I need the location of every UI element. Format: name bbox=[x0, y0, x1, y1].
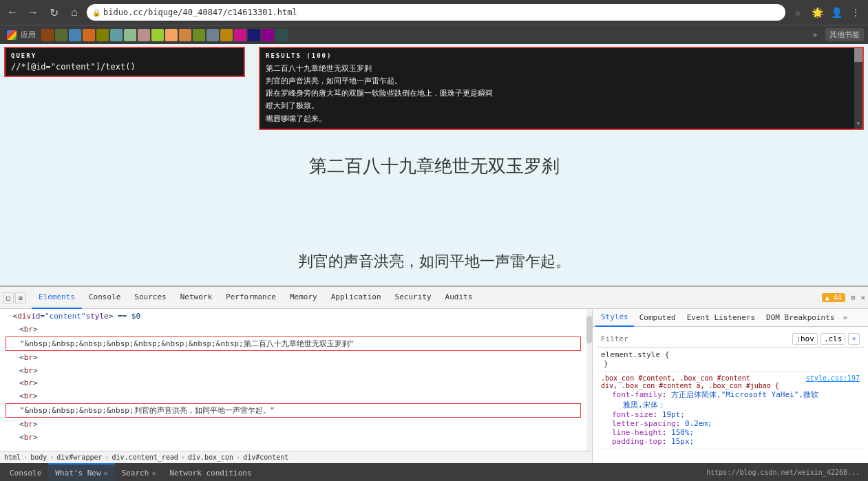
element-br-2[interactable]: <br> bbox=[3, 352, 584, 365]
breadcrumb-content[interactable]: div#content bbox=[243, 453, 288, 461]
tab-performance[interactable]: Performance bbox=[219, 287, 283, 309]
bookmark-color-4[interactable] bbox=[83, 29, 95, 41]
filter-input[interactable] bbox=[601, 334, 790, 343]
right-tab-dom-breakpoints[interactable]: DOM Breakpoints bbox=[761, 309, 840, 327]
bottom-tab-whats-new[interactable]: What's New ✕ bbox=[48, 463, 114, 481]
element-text-title[interactable]: "&nbsp;&nbsp;&nbsp;&nbsp;&nbsp;&nbsp;&nb… bbox=[6, 336, 581, 351]
bookmark-icon[interactable]: ☆ bbox=[790, 4, 806, 21]
whats-new-close[interactable]: ✕ bbox=[104, 469, 108, 477]
style-selector-box-con: .box_con #content, .box_con #content sty… bbox=[601, 374, 860, 382]
bookmark-color-11[interactable] bbox=[179, 29, 191, 41]
prop-val-line-height: 150%; bbox=[671, 428, 694, 437]
lock-icon: 🔒 bbox=[92, 9, 100, 17]
close-devtools-icon[interactable]: ✕ bbox=[860, 293, 865, 302]
hov-badge[interactable]: :hov bbox=[792, 333, 818, 345]
query-label: QUERY bbox=[11, 52, 238, 59]
style-selector-text: .box_con #content, .box_con #content bbox=[601, 374, 750, 382]
bookmark-color-18[interactable] bbox=[275, 29, 288, 41]
breadcrumb-body[interactable]: body bbox=[30, 453, 47, 461]
breadcrumb-content-read[interactable]: div.content_read bbox=[112, 453, 178, 461]
element-br-3[interactable]: <br> bbox=[3, 365, 584, 378]
prop-font-family: font-family: 方正启体简体,"Microsoft YaHei",微软 bbox=[612, 389, 860, 400]
tab-sources[interactable]: Sources bbox=[127, 287, 173, 309]
bookmark-color-5[interactable] bbox=[96, 29, 109, 41]
devtools-body: <div id="content" style> == $0 <br> "&nb… bbox=[0, 309, 868, 463]
right-tabs-more[interactable]: » bbox=[840, 313, 850, 322]
back-button[interactable]: ← bbox=[4, 4, 21, 21]
bookmark-arrow[interactable]: » bbox=[813, 31, 817, 39]
bottom-bar: Console What's New ✕ Search ✕ Network co… bbox=[0, 463, 868, 481]
bookmark-color-2[interactable] bbox=[55, 29, 67, 41]
bookmark-color-16[interactable] bbox=[248, 29, 260, 41]
tab-audits[interactable]: Audits bbox=[438, 287, 480, 309]
bottom-tab-console[interactable]: Console bbox=[3, 463, 48, 481]
right-tab-styles[interactable]: Styles bbox=[595, 309, 634, 327]
result-line-4: 瞪大到了极致。 bbox=[266, 99, 849, 111]
style-source-link[interactable]: style.css:197 bbox=[806, 374, 860, 382]
elements-tree: <div id="content" style> == $0 <br> "&nb… bbox=[0, 309, 586, 451]
page-content: QUERY //*[@id="content"]/text() RESULTS … bbox=[0, 44, 868, 286]
style-selector-cont: div, .box_con #content a, .box_con #juba… bbox=[601, 382, 860, 389]
refresh-button[interactable]: ↻ bbox=[45, 4, 62, 21]
forward-button[interactable]: → bbox=[25, 4, 41, 21]
element-br-7[interactable]: <br> bbox=[3, 431, 584, 445]
tab-memory[interactable]: Memory bbox=[283, 287, 324, 309]
bookmark-color-8[interactable] bbox=[138, 29, 150, 41]
bookmark-color-3[interactable] bbox=[69, 29, 81, 41]
prop-padding-top: padding-top: 15px; bbox=[612, 437, 860, 446]
search-close[interactable]: ✕ bbox=[151, 469, 156, 477]
menu-icon[interactable]: ⋮ bbox=[847, 4, 864, 21]
home-button[interactable]: ⌂ bbox=[66, 4, 83, 21]
bookmark-color-1[interactable] bbox=[41, 29, 54, 41]
tab-security[interactable]: Security bbox=[388, 287, 438, 309]
apps-button[interactable]: 应用 bbox=[4, 28, 39, 41]
bookmark-color-17[interactable] bbox=[262, 29, 274, 41]
breadcrumb: html › body › div#wrapper › div.content_… bbox=[0, 451, 592, 463]
element-br-5[interactable]: <br> bbox=[3, 390, 584, 403]
query-input[interactable]: //*[@id="content"]/text() bbox=[11, 62, 238, 72]
scroll-down-arrow[interactable]: ▼ bbox=[854, 119, 862, 129]
element-br-1[interactable]: <br> bbox=[3, 323, 584, 336]
other-bookmarks[interactable]: 其他书签 bbox=[825, 28, 864, 41]
extension-icon[interactable]: 🌟 bbox=[809, 4, 825, 21]
breadcrumb-wrapper[interactable]: div#wrapper bbox=[56, 453, 102, 461]
warning-badge: ▲ 44 bbox=[822, 293, 845, 302]
tab-network[interactable]: Network bbox=[173, 287, 219, 309]
right-tab-event-listeners[interactable]: Event Listeners bbox=[681, 309, 761, 327]
devtools-undock-icon[interactable]: ⊡ bbox=[15, 292, 26, 303]
results-scrollbar[interactable]: ▼ bbox=[854, 48, 862, 129]
tab-application[interactable]: Application bbox=[324, 287, 388, 309]
breadcrumb-box-con[interactable]: div.box_con bbox=[188, 453, 233, 461]
element-br-6[interactable]: <br> bbox=[3, 418, 584, 431]
bookmark-color-7[interactable] bbox=[124, 29, 136, 41]
tab-console[interactable]: Console bbox=[82, 287, 127, 309]
breadcrumb-html[interactable]: html bbox=[4, 453, 21, 461]
add-style-badge[interactable]: + bbox=[848, 333, 860, 345]
devtools-dock-icon[interactable]: □ bbox=[3, 292, 14, 303]
elements-scrollbar[interactable] bbox=[586, 309, 592, 451]
bookmark-color-15[interactable] bbox=[234, 29, 246, 41]
bookmark-color-6[interactable] bbox=[110, 29, 123, 41]
tab-elements[interactable]: Elements bbox=[32, 287, 82, 309]
bookmark-color-14[interactable] bbox=[220, 29, 233, 41]
style-close-element: } bbox=[601, 359, 860, 368]
element-div-content[interactable]: <div id="content" style> == $0 bbox=[3, 310, 584, 323]
profile-icon[interactable]: 👤 bbox=[828, 4, 845, 21]
bookmark-color-9[interactable] bbox=[151, 29, 164, 41]
bookmark-color-12[interactable] bbox=[193, 29, 205, 41]
right-tab-computed[interactable]: Computed bbox=[634, 309, 681, 327]
element-br-4[interactable]: <br> bbox=[3, 377, 584, 390]
tab-icons: ▲ 44 ⚙ ✕ bbox=[822, 293, 865, 302]
cls-badge[interactable]: .cls bbox=[821, 333, 846, 345]
bookmark-color-10[interactable] bbox=[165, 29, 178, 41]
bottom-tab-search[interactable]: Search ✕ bbox=[115, 463, 163, 481]
element-text-paragraph[interactable]: "&nbsp;&nbsp;&nbsp;&nbsp;判官的声音洪亮，如同平地一声雷… bbox=[6, 403, 581, 418]
settings-icon[interactable]: ⚙ bbox=[851, 293, 856, 302]
prop-name-font-size: font-size bbox=[612, 410, 653, 419]
gap bbox=[245, 47, 259, 130]
prop-name-font-family: font-family bbox=[612, 390, 662, 399]
address-bar[interactable]: 🔒 biduo.cc/biquge/40_40847/c14613301.htm… bbox=[87, 4, 785, 21]
bookmark-color-13[interactable] bbox=[207, 29, 219, 41]
bottom-tab-network-conditions[interactable]: Network conditions bbox=[162, 463, 258, 481]
prop-val-letter-spacing: 0.2em; bbox=[685, 419, 712, 428]
